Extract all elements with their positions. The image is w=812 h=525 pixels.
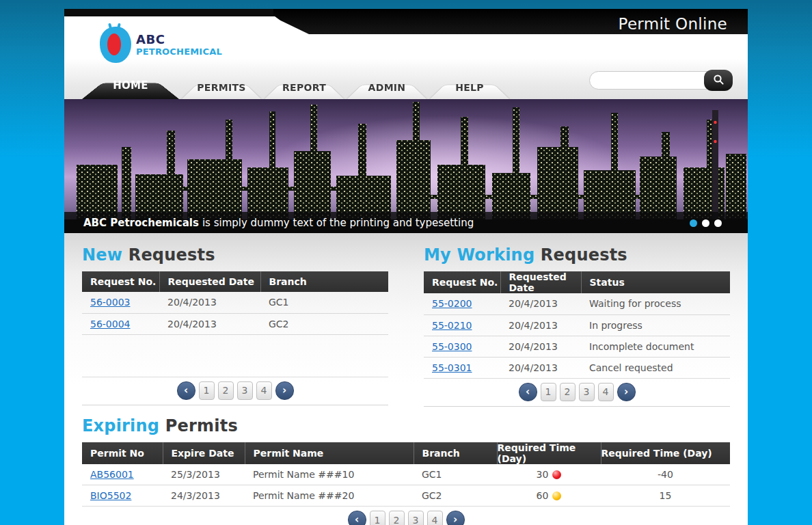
table-row: BIO5502 24/3/2013 Permit Name ###20 GC2 …: [82, 485, 730, 507]
carousel-dot-3[interactable]: [714, 219, 722, 227]
cell-required-time-2: -40: [601, 464, 730, 485]
request-no-link[interactable]: 55-0200: [432, 298, 472, 309]
masthead: Permit Online ABC PETROCHEMICAL: [64, 9, 748, 99]
table-row: 55-0300 20/4/2013 Incomplete document: [424, 336, 730, 357]
column-header: Request No.: [82, 271, 159, 292]
pager-page-button[interactable]: 4: [256, 381, 272, 400]
column-header: Required Time (Day): [497, 442, 601, 464]
carousel-dot-2[interactable]: [702, 219, 709, 227]
table-row: 56-0004 20/4/2013 GC2: [82, 313, 388, 334]
tab-home[interactable]: HOME: [82, 71, 179, 99]
pager-prev-button[interactable]: ‹: [177, 381, 195, 400]
cell-expire-date: 24/3/2013: [163, 485, 245, 507]
title-accent: New: [82, 245, 122, 265]
tab-report[interactable]: REPORT: [264, 76, 344, 99]
cell-branch: GC2: [260, 313, 388, 334]
table-row: AB56001 25/3/2013 Permit Name ###10 GC1 …: [82, 464, 730, 485]
tab-help-label: HELP: [455, 82, 484, 93]
permit-no-link[interactable]: AB56001: [90, 469, 134, 480]
search-icon: [713, 74, 725, 88]
cell-branch: GC1: [414, 464, 497, 485]
request-no-link[interactable]: 55-0301: [432, 362, 472, 373]
carousel-dot-1[interactable]: [690, 219, 697, 227]
expiring-permits-pager-zone: ‹ 1 2 3 4 ›: [82, 506, 730, 525]
permit-no-link[interactable]: BIO5502: [90, 490, 131, 501]
column-header: Requested Date: [159, 271, 260, 292]
table-row: 55-0210 20/4/2013 In progress: [424, 314, 730, 336]
pager-page-button[interactable]: 2: [389, 511, 405, 525]
tab-report-label: REPORT: [282, 82, 326, 93]
pager-next-button[interactable]: ›: [275, 381, 294, 400]
table-row: 56-0003 20/4/2013 GC1: [82, 292, 388, 313]
site-search: [589, 70, 733, 91]
my-working-requests-table: Request No. Requested Date Status 55-020…: [424, 271, 730, 379]
pager-prev-button[interactable]: ‹: [519, 383, 537, 401]
new-requests-panel: New Requests Request No. Requested Date …: [82, 240, 388, 407]
cell-requested-date: 20/4/2013: [500, 314, 581, 336]
pager-next-button[interactable]: ›: [617, 383, 636, 401]
pager: ‹ 1 2 3 4 ›: [348, 511, 465, 525]
new-requests-title: New Requests: [82, 245, 388, 265]
cell-status: Incomplete document: [581, 336, 730, 357]
cell-requested-date: 20/4/2013: [500, 336, 581, 357]
tab-help[interactable]: HELP: [429, 76, 510, 99]
carousel-dots: [690, 219, 722, 227]
main-navigation: HOME PERMITS REPORT ADMIN HELP: [82, 71, 512, 99]
column-header: Expire Date: [163, 442, 245, 464]
pager-page-button[interactable]: 4: [427, 511, 443, 525]
column-header: Permit No: [82, 442, 163, 464]
pager-page-button[interactable]: 1: [199, 381, 215, 400]
status-yellow-icon: [552, 492, 561, 500]
required-time-value: 60: [537, 490, 549, 501]
request-no-link[interactable]: 55-0210: [432, 320, 472, 331]
logo-drop-core: [107, 33, 121, 55]
request-no-link[interactable]: 56-0003: [90, 297, 131, 308]
request-no-link[interactable]: 55-0300: [432, 341, 472, 352]
pager-page-button[interactable]: 2: [218, 381, 234, 400]
my-working-requests-title: My Working Requests: [424, 245, 730, 265]
title-accent: My Working: [424, 245, 534, 265]
search-input[interactable]: [589, 71, 720, 90]
hero-caption: ABC Petrochemicals is simply dummy text …: [64, 212, 748, 233]
required-time-value: 30: [537, 469, 549, 480]
pager-page-button[interactable]: 3: [237, 381, 253, 400]
pager: ‹ 1 2 3 4 ›: [177, 381, 294, 400]
pager-page-button[interactable]: 1: [370, 511, 385, 525]
tab-admin[interactable]: ADMIN: [347, 76, 427, 99]
cell-branch: GC1: [260, 292, 388, 313]
hero-carousel: ABC Petrochemicals is simply dummy text …: [64, 99, 748, 233]
app-title: Permit Online: [619, 15, 727, 33]
pager-prev-button[interactable]: ‹: [348, 511, 366, 525]
column-header: Request No.: [424, 271, 500, 293]
title-accent: Expiring: [82, 416, 159, 435]
column-header: Required Time (Day): [601, 442, 730, 464]
pager-page-button[interactable]: 1: [541, 383, 556, 401]
cell-status: Cancel requested: [581, 357, 730, 378]
request-no-link[interactable]: 56-0004: [90, 319, 131, 329]
search-button[interactable]: [704, 70, 733, 91]
table-row: 55-0200 20/4/2013 Waiting for process: [424, 293, 730, 314]
company-logo[interactable]: ABC PETROCHEMICAL: [100, 27, 222, 63]
cell-requested-date: 20/4/2013: [159, 313, 260, 334]
cell-requested-date: 20/4/2013: [500, 293, 581, 314]
column-header: Permit Name: [245, 442, 414, 464]
logo-text: ABC PETROCHEMICAL: [136, 33, 222, 56]
permit-online-banner: Permit Online: [273, 9, 748, 34]
pager-next-button[interactable]: ›: [446, 511, 465, 525]
pager-page-button[interactable]: 2: [560, 383, 576, 401]
new-requests-pager-zone: ‹ 1 2 3 4 ›: [82, 377, 388, 405]
tab-permits[interactable]: PERMITS: [181, 76, 262, 99]
title-rest: Permits: [165, 416, 238, 435]
cell-permit-name: Permit Name ###20: [245, 485, 414, 507]
pager-page-button[interactable]: 3: [408, 511, 424, 525]
my-working-requests-panel: My Working Requests Request No. Requeste…: [424, 240, 730, 407]
expiring-permits-table: Permit No Expire Date Permit Name Branch…: [82, 442, 730, 507]
cell-status: In progress: [581, 314, 730, 336]
hero-caption-text: is simply dummy text of the printing and…: [202, 217, 474, 229]
tab-permits-label: PERMITS: [197, 82, 245, 93]
title-rest: Requests: [541, 245, 627, 265]
cell-required-time-2: 15: [601, 485, 730, 507]
title-rest: Requests: [128, 245, 215, 265]
pager-page-button[interactable]: 3: [579, 383, 595, 401]
pager-page-button[interactable]: 4: [598, 383, 614, 401]
